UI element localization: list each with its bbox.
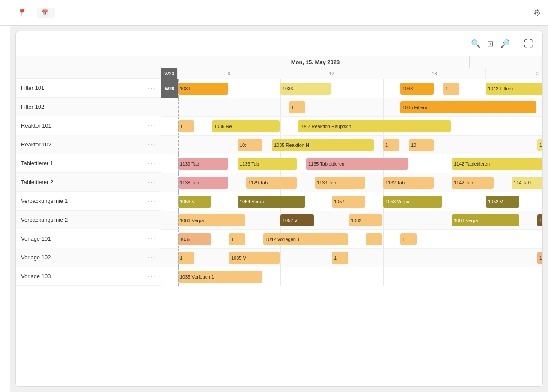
- task-r9-0[interactable]: 1: [178, 252, 194, 264]
- gantt-row-right-8: 103611042 Vorlegen 11111039103811111037: [161, 230, 542, 249]
- gantt-row-left-8: Vorlage 101 ···: [16, 229, 161, 248]
- task-r3-4[interactable]: 1032: [537, 139, 542, 151]
- gantt-row-right-1: 11035 Filtern1032 Filtern103910361035 Fi…: [161, 98, 542, 117]
- panel-controls: 🔍 ⊡ 🔎 ⛶: [462, 37, 535, 50]
- task-r8-2[interactable]: 1042 Vorlegen 1: [263, 233, 348, 245]
- gantt-hour-0: 6: [178, 68, 280, 79]
- gantt-days: Mon, 15. May 2023Tue, 16. May 2023Wed, 1…: [161, 56, 542, 68]
- task-r7-0[interactable]: 1066 Verpa: [178, 214, 245, 226]
- task-r5-1[interactable]: 1129 Tab: [246, 177, 297, 189]
- row-menu-9[interactable]: ···: [148, 254, 156, 261]
- row-menu-0[interactable]: ···: [148, 84, 156, 92]
- row-menu-4[interactable]: ···: [148, 160, 156, 167]
- row-menu-2[interactable]: ···: [148, 122, 156, 130]
- row-menu-10[interactable]: ···: [148, 273, 156, 280]
- task-r5-0[interactable]: 1138 Tab: [178, 177, 228, 189]
- task-r6-3[interactable]: 1053 Verpa: [383, 196, 442, 208]
- task-r1-0[interactable]: 1: [289, 101, 305, 113]
- task-r6-1[interactable]: 1054 Verpa: [238, 196, 305, 208]
- task-r8-3[interactable]: [366, 233, 382, 245]
- gantt-row-right-0: W20103 F1036103311042 Filtern1029 Filter…: [161, 79, 542, 98]
- task-r6-4[interactable]: 1052 V: [486, 196, 519, 208]
- task-r7-3[interactable]: 1063 Verpa: [452, 214, 519, 226]
- expand-button[interactable]: ⛶: [522, 37, 535, 50]
- fit-button[interactable]: ⊡: [485, 38, 495, 49]
- task-r3-3[interactable]: 10:: [409, 139, 434, 151]
- task-r0-4[interactable]: 1042 Filtern: [486, 83, 542, 95]
- row-menu-6[interactable]: ···: [148, 197, 156, 205]
- row-name-10: Vorlage 103: [21, 273, 51, 279]
- task-r2-2[interactable]: 1042 Reaktion Hauptsch: [298, 120, 451, 132]
- row-name-5: Tablettierer 2: [21, 179, 53, 185]
- task-r2-0[interactable]: 1: [178, 120, 194, 132]
- w20-marker: W20: [161, 79, 178, 98]
- pin-icon: 📍: [17, 8, 27, 18]
- gantt-header: Mon, 15. May 2023Tue, 16. May 2023Wed, 1…: [161, 56, 542, 79]
- task-r7-1[interactable]: 1052 V: [280, 214, 314, 226]
- task-r8-4[interactable]: 1: [400, 233, 417, 245]
- task-r8-1[interactable]: 1: [229, 233, 245, 245]
- task-r5-5[interactable]: 114 Tabl: [512, 177, 542, 189]
- settings-icon[interactable]: ⚙: [533, 8, 541, 18]
- gantt-row-left-5: Tablettierer 2 ···: [16, 173, 161, 192]
- gantt-hours: W2061218061218061218: [161, 68, 542, 79]
- gantt-row-left-1: Filter 102 ···: [16, 98, 161, 116]
- topbar: 📍 📅 ⚙: [0, 0, 548, 26]
- panel-header: 🔍 ⊡ 🔎 ⛶: [16, 31, 542, 56]
- task-r3-2[interactable]: 1: [383, 139, 399, 151]
- prev-button[interactable]: [462, 43, 466, 45]
- next-button[interactable]: [515, 43, 518, 45]
- task-r7-4[interactable]: 1047 Ve: [537, 214, 542, 226]
- task-r6-0[interactable]: 1056 V: [178, 196, 211, 208]
- task-r3-1[interactable]: 1035 Reaktion H: [272, 139, 374, 151]
- gantt-row-left-2: Reaktor 101 ···: [16, 116, 161, 135]
- task-r9-3[interactable]: 1032: [537, 252, 542, 264]
- task-r0-2[interactable]: 1033: [400, 83, 434, 95]
- row-menu-8[interactable]: ···: [148, 235, 156, 243]
- gantt-row-left-7: Verpackungslinie 2 ···: [16, 211, 161, 229]
- task-r4-2[interactable]: 1135 Tablettieren: [306, 158, 408, 170]
- row-name-3: Reaktor 102: [21, 141, 51, 148]
- task-r9-1[interactable]: 1035 V: [229, 252, 280, 264]
- task-r0-0[interactable]: 103 F: [178, 83, 228, 95]
- task-r0-1[interactable]: 1036: [280, 83, 331, 95]
- gantt-row-right-4: 1139 Tab1136 Tab1135 Tablettieren1142 Ta…: [161, 154, 542, 173]
- gantt-row-right-6: 1056 V1054 Verpa10571053 Verpa1052 V1058…: [161, 192, 542, 211]
- task-r2-1[interactable]: 1036 Re: [212, 120, 280, 132]
- gantt-row-left-9: Vorlage 102 ···: [16, 248, 161, 267]
- task-r7-2[interactable]: 1062: [349, 214, 382, 226]
- gantt-row-right-3: 10:1035 Reaktion H110:10321041 Re:103110…: [161, 136, 542, 154]
- task-r8-0[interactable]: 1036: [178, 233, 211, 245]
- row-name-6: Verpackungslinie 1: [21, 198, 68, 204]
- task-r5-4[interactable]: 1142 Tab: [452, 177, 494, 189]
- task-r0-3[interactable]: 1: [443, 83, 459, 95]
- row-menu-7[interactable]: ···: [148, 216, 156, 224]
- row-menu-3[interactable]: ···: [148, 141, 156, 148]
- gantt-row-left-4: Tablettierer 1 ···: [16, 154, 161, 173]
- task-r1-1[interactable]: 1035 Filtern: [400, 101, 536, 113]
- row-menu-1[interactable]: ···: [148, 103, 156, 111]
- task-r9-2[interactable]: 1: [332, 252, 348, 264]
- task-r4-3[interactable]: 1142 Tablettieren: [452, 158, 542, 170]
- zoom-out-button[interactable]: 🔎: [499, 38, 512, 49]
- zoom-in-button[interactable]: 🔍: [469, 38, 482, 49]
- task-r4-1[interactable]: 1136 Tab: [238, 158, 297, 170]
- gantt-row-left-10: Vorlage 103 ···: [16, 267, 161, 286]
- task-r5-2[interactable]: 1139 Tab: [315, 177, 365, 189]
- task-r5-3[interactable]: 1132 Tab: [383, 177, 434, 189]
- sidebar-toggle[interactable]: [0, 26, 10, 392]
- task-r10-0[interactable]: 1035 Vorlegen 1: [178, 271, 262, 283]
- gantt-body: W20103 F1036103311042 Filtern1029 Filter…: [161, 79, 542, 386]
- row-menu-5[interactable]: ···: [148, 178, 156, 186]
- gantt-right: Mon, 15. May 2023Tue, 16. May 2023Wed, 1…: [161, 56, 542, 386]
- gantt-row-right-7: 1066 Verpa1052 V10621063 Verpa1047 Ve106…: [161, 211, 542, 230]
- gantt-container: Filter 101 ··· Filter 102 ··· Reaktor 10…: [16, 56, 542, 386]
- date-range[interactable]: 📅: [37, 8, 55, 18]
- gantt-row-right-5: 1138 Tab1129 Tab1139 Tab1132 Tab1142 Tab…: [161, 173, 542, 192]
- task-r6-2[interactable]: 1057: [332, 196, 365, 208]
- row-name-9: Vorlage 102: [21, 254, 51, 261]
- topbar-left: 📍 📅: [7, 8, 55, 18]
- main-layout: 🔍 ⊡ 🔎 ⛶ Filter 101 ··· Filter 102 ···: [0, 26, 548, 392]
- task-r3-0[interactable]: 10:: [238, 139, 262, 151]
- task-r4-0[interactable]: 1139 Tab: [178, 158, 228, 170]
